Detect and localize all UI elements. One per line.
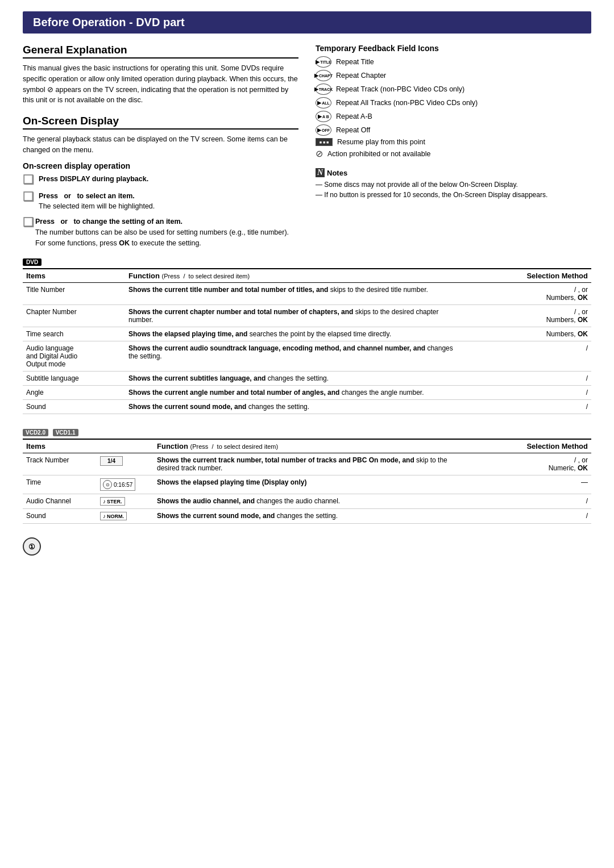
vcd2-badge: VCD2.0 (23, 429, 48, 436)
dvd-col-items: Items (23, 269, 125, 283)
icon-list-item-off: OFF Repeat Off (316, 124, 591, 136)
step-1: ❑ Press DISPLAY during playback. (23, 174, 298, 186)
off-icon: OFF (316, 124, 331, 136)
table-row: Audio languageand Digital AudioOutput mo… (23, 341, 591, 372)
dvd-table: Items Function (Press / to select desire… (23, 268, 591, 414)
icon-list: TITLE Repeat Title CHAPT Repeat Chapter … (316, 56, 591, 159)
sel-sound: / (466, 400, 591, 414)
icon-list-item-prohibited: ⊘ Action prohibited or not available (316, 148, 591, 159)
sel-title-number: / , orNumbers, OK (466, 283, 591, 305)
func-subtitle: Shows the current subtitles language, an… (125, 372, 466, 386)
img-sound: ♪ NORM. (97, 509, 154, 524)
img-audio-channel: ♪ STER. (97, 494, 154, 509)
icon-list-item-all: ALL Repeat All Tracks (non-PBC Video CDs… (316, 97, 591, 108)
dvd-badge: DVD (23, 258, 42, 266)
table-row: Time ⊙ 0:16:57 Shows the elapsed playing… (23, 475, 591, 494)
icon-prohibited-text: Action prohibited or not available (327, 150, 430, 158)
sel-chapter-number: / , orNumbers, OK (466, 305, 591, 327)
right-column: Temporary Feedback Field Icons TITLE Rep… (316, 44, 591, 257)
item-audio-language: Audio languageand Digital AudioOutput mo… (23, 341, 125, 372)
step-2-label: Press or to select an item. (39, 192, 135, 200)
icon-list-item-chapt: CHAPT Repeat Chapter (316, 70, 591, 81)
track-icon: TRACK (316, 84, 331, 95)
func-audio-language: Shows the current audio soundtrack langu… (125, 341, 466, 372)
icon-list-item-ab: A B Repeat A-B (316, 111, 591, 122)
chapt-icon: CHAPT (316, 70, 331, 81)
item-time-search: Time search (23, 327, 125, 341)
icon-list-item-resume: ■ ■ ■ Resume play from this point (316, 138, 591, 146)
vcd1-badge: VCD1.1 (53, 429, 78, 436)
icon-list-item-title: TITLE Repeat Title (316, 56, 591, 68)
step-3: ❑ Press or to change the setting of an i… (23, 216, 298, 248)
func-time: Shows the elapsed playing time (Display … (154, 475, 466, 494)
icon-off-text: Repeat Off (336, 126, 370, 134)
notes-n-icon: N (316, 168, 325, 177)
table-row: Subtitle language Shows the current subt… (23, 372, 591, 386)
func-chapter-number: Shows the current chapter number and tot… (125, 305, 466, 327)
sel-audio-channel: / (466, 494, 591, 509)
item-title-number: Title Number (23, 283, 125, 305)
table-row: Time search Shows the elapsed playing ti… (23, 327, 591, 341)
all-icon: ALL (316, 97, 331, 108)
clock-icon: ⊙ (103, 480, 112, 489)
func-sound: Shows the current sound mode, and change… (125, 400, 466, 414)
sel-time-search: Numbers, OK (466, 327, 591, 341)
icon-track-text: Repeat Track (non-PBC Video CDs only) (336, 85, 464, 93)
step-3-detail: The number buttons can be also be used f… (35, 228, 289, 247)
sound-display: ♪ NORM. (100, 512, 127, 520)
vcd-col-selection: Selection Method (466, 439, 591, 453)
vcd-col-items: Items (23, 439, 97, 453)
icon-resume-text: Resume play from this point (337, 138, 425, 146)
note-2: If no button is pressed for 10 seconds, … (316, 190, 591, 200)
page-title: Before Operation - DVD part (33, 16, 185, 28)
temporary-feedback-heading: Temporary Feedback Field Icons (316, 44, 591, 53)
track-number-display: 1/4 (100, 456, 123, 466)
step-1-label: Press DISPLAY during playback. (39, 175, 148, 183)
note-1: Some discs may not provide all of the be… (316, 180, 591, 190)
dvd-col-function: Function (Press / to select desired item… (125, 269, 466, 283)
notes-label: Notes (327, 169, 347, 177)
footer-circle-icon: ① (23, 537, 41, 556)
step-3-label: Press or to change the setting of an ite… (35, 218, 182, 226)
sel-time: — (466, 475, 591, 494)
func-title-number: Shows the current title number and total… (125, 283, 466, 305)
audio-channel-display: ♪ STER. (100, 497, 125, 506)
item-angle: Angle (23, 386, 125, 400)
table-row: Sound Shows the current sound mode, and … (23, 400, 591, 414)
general-explanation-section: General Explanation This manual gives th… (23, 44, 298, 106)
on-screen-display-section: On-Screen Display The general playback s… (23, 115, 298, 248)
sel-track-number: / , orNumeric, OK (466, 453, 591, 475)
step-2-num: ❑ (23, 191, 34, 203)
sel-sound-vcd: / (466, 509, 591, 524)
table-row: Audio Channel ♪ STER. Shows the audio ch… (23, 494, 591, 509)
prohibited-icon: ⊘ (316, 148, 323, 159)
temporary-feedback-section: Temporary Feedback Field Icons TITLE Rep… (316, 44, 591, 159)
resume-icon: ■ ■ ■ (316, 138, 333, 146)
notes-heading: N Notes (316, 168, 591, 177)
icon-title-text: Repeat Title (336, 58, 374, 66)
step-1-num: ❑ (23, 174, 34, 186)
sel-subtitle: / (466, 372, 591, 386)
table-row: Angle Shows the current angle number and… (23, 386, 591, 400)
vcd-col-img (97, 439, 154, 453)
sel-audio-language: / (466, 341, 591, 372)
sound-icon: ♪ (103, 513, 106, 519)
icon-all-text: Repeat All Tracks (non-PBC Video CDs onl… (336, 99, 478, 107)
vcd-col-function: Function (Press / to select desired item… (154, 439, 466, 453)
step-2: ❑ Press or to select an item. The select… (23, 191, 298, 212)
step-3-num: ❑ (23, 216, 31, 229)
table-row: Title Number Shows the current title num… (23, 283, 591, 305)
func-angle: Shows the current angle number and total… (125, 386, 466, 400)
icon-chapt-text: Repeat Chapter (336, 72, 386, 80)
item-sound-vcd: Sound (23, 509, 97, 524)
item-sound: Sound (23, 400, 125, 414)
func-audio-channel: Shows the audio channel, and changes the… (154, 494, 466, 509)
sel-angle: / (466, 386, 591, 400)
step-3-content: Press or to change the setting of an ite… (35, 216, 298, 248)
img-time: ⊙ 0:16:57 (97, 475, 154, 494)
notes-section: N Notes Some discs may not provide all o… (316, 168, 591, 200)
left-column: General Explanation This manual gives th… (23, 44, 298, 257)
step-2-content: Press or to select an item. The selected… (39, 191, 155, 212)
item-subtitle: Subtitle language (23, 372, 125, 386)
vcd-table-section: VCD2.0 VCD1.1 Items Function (Press / to… (23, 428, 591, 524)
